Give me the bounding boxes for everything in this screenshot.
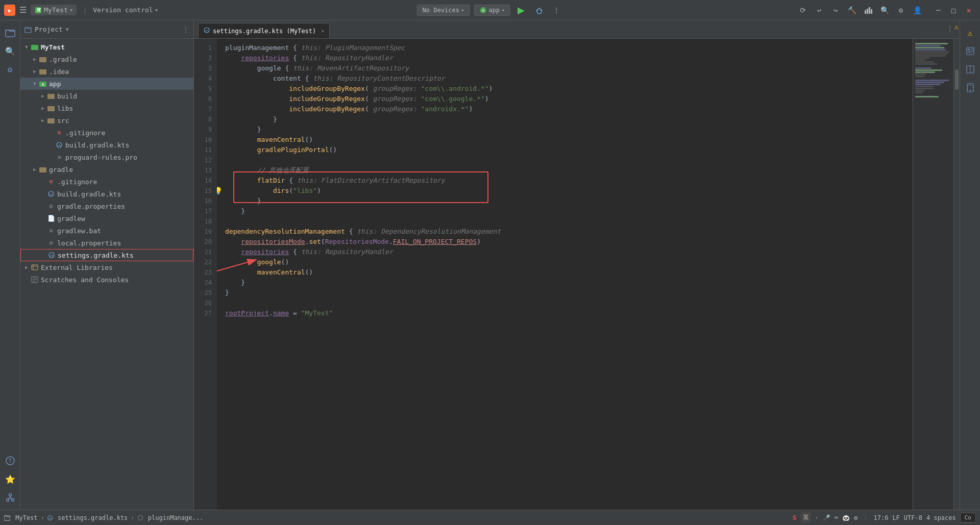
titlebar-left: ▶ ☰ M T MyTest ▼ | Version control ▼ (4, 5, 158, 16)
tree-item-proguard[interactable]: ≡ proguard-rules.pro (20, 151, 193, 163)
tree-item-gradlew-bat[interactable]: ≡ gradlew.bat (20, 224, 193, 237)
punctuation-toggle[interactable]: · (815, 514, 819, 521)
code-line-18 (225, 216, 913, 227)
tree-label: app (49, 80, 61, 88)
line-number: 21 (194, 247, 212, 257)
tree-label: gradle (49, 166, 73, 173)
tree-item-gradle-hidden[interactable]: ▶ .gradle (20, 53, 193, 65)
run-button[interactable]: ▶ (514, 3, 528, 17)
line-separator[interactable]: LF (892, 514, 899, 521)
analyze-icon[interactable] (862, 4, 875, 17)
tree-item-app[interactable]: ▼ A app (20, 78, 193, 90)
properties-icon: ⚙ (47, 202, 55, 210)
tree-item-gitignore-app[interactable]: ⊘ .gitignore (20, 127, 193, 139)
voice-input-icon[interactable]: 🎤 (823, 514, 830, 521)
app-selector[interactable]: A app ▾ (474, 5, 510, 16)
close-button[interactable]: ✕ (962, 3, 976, 17)
tree-item-gradle-root[interactable]: ▶ gradle (20, 163, 193, 176)
emoji-icon[interactable]: 🐼 (842, 514, 850, 521)
code-content[interactable]: pluginManagement { this: PluginManagemen… (217, 39, 913, 510)
toolbar-search-icon[interactable]: 🔍 (2, 43, 18, 59)
tree-item-idea[interactable]: ▶ .idea (20, 65, 193, 78)
breadcrumb-file[interactable]: settings.gradle.kts (47, 514, 128, 521)
minimize-button[interactable]: ─ (931, 3, 945, 17)
build-icon[interactable]: 🔨 (845, 4, 859, 17)
encoding[interactable]: UTF-8 (904, 514, 922, 521)
tab-close-button[interactable]: ✕ (321, 28, 324, 34)
tree-item-build-gradle-root[interactable]: build.gradle.kts (20, 188, 193, 200)
folder-icon (47, 116, 55, 124)
sidebar-minimap-icon[interactable] (962, 43, 978, 59)
ime-settings-icon[interactable]: ⚙ (854, 514, 857, 521)
co-label: Co (965, 514, 971, 521)
lightbulb-icon[interactable]: 💡 (217, 186, 223, 196)
minimap (913, 39, 953, 510)
indent-settings[interactable]: 4 spaces (926, 514, 956, 521)
code-line-7: includeGroupByRegex( groupRegex: "androi… (225, 104, 913, 114)
cursor-position[interactable]: 17:6 (873, 514, 888, 521)
version-control-selector[interactable]: Version control ▼ (93, 6, 158, 14)
app-icon: ▶ (4, 5, 15, 16)
toolbar-favorites-icon[interactable]: ⭐ (2, 471, 18, 487)
tree-item-external-libraries[interactable]: ▶ External Libraries (20, 261, 193, 273)
tree-item-gradlew[interactable]: 📄 gradlew (20, 212, 193, 224)
mini-line (915, 80, 949, 81)
svg-rect-48 (968, 48, 970, 51)
line-number: 14 (194, 176, 212, 186)
breadcrumb-scope[interactable]: pluginManage... (138, 514, 204, 521)
toolbar-build-icon[interactable]: T (2, 453, 18, 469)
tree-item-src[interactable]: ▶ src (20, 114, 193, 127)
scrollbar-thumb[interactable] (955, 69, 959, 90)
version-control-arrow: ▼ (155, 8, 158, 13)
forward-nav-icon[interactable]: ↪ (829, 4, 842, 17)
lang-toggle[interactable]: 英 (801, 512, 811, 523)
keyboard-icon[interactable]: ⌨ (835, 514, 838, 521)
maximize-button[interactable]: □ (946, 3, 961, 17)
toolbar-folder-icon[interactable] (2, 24, 18, 41)
co-badge[interactable]: Co (960, 513, 976, 522)
project-panel-more[interactable]: ⋮ (182, 26, 189, 34)
debug-icon[interactable] (532, 4, 546, 17)
tree-item-local-properties[interactable]: ⚙ local.properties (20, 237, 193, 249)
search-icon[interactable]: 🔍 (878, 4, 891, 17)
line-number: 15 (194, 186, 212, 196)
svg-text:▶: ▶ (8, 8, 11, 13)
sidebar-warning-icon[interactable]: ⚠ (962, 24, 978, 41)
input-method-icon[interactable]: S (793, 514, 797, 521)
hamburger-icon[interactable]: ☰ (19, 5, 27, 15)
tree-item-gradle-properties[interactable]: ⚙ gradle.properties (20, 200, 193, 212)
line-number: 10 (194, 135, 212, 145)
account-icon[interactable]: 👤 (911, 4, 924, 17)
line-number: 22 (194, 257, 212, 267)
sidebar-preview-icon[interactable] (962, 61, 978, 78)
sidebar-device-icon[interactable] (962, 80, 978, 96)
device-arrow: ▾ (461, 8, 464, 13)
tree-item-gitignore-root[interactable]: ⊘ .gitignore (20, 176, 193, 188)
project-selector[interactable]: M T MyTest ▼ (31, 5, 77, 15)
svg-rect-30 (47, 94, 55, 99)
settings-icon[interactable]: ⚙ (894, 4, 908, 17)
line-number: 20 (194, 237, 212, 247)
breadcrumb-project[interactable]: MyTest (4, 514, 38, 521)
vertical-scrollbar[interactable] (953, 39, 960, 510)
tree-item-scratches[interactable]: Scratches and Consoles (20, 273, 193, 286)
tree-item-build[interactable]: ▶ build (20, 90, 193, 102)
toolbar-settings-icon[interactable]: ⚙ (2, 61, 18, 78)
device-selector[interactable]: No Devices ▾ (417, 5, 470, 16)
tree-arrow (39, 214, 47, 222)
tree-item-build-gradle-app[interactable]: build.gradle.kts (20, 139, 193, 151)
tree-item-mytest[interactable]: ▼ MyTest (20, 41, 193, 53)
bat-icon: ≡ (47, 227, 55, 235)
tree-item-libs[interactable]: ▶ libs (20, 102, 193, 114)
statusbar: MyTest › settings.gradle.kts › pluginMan… (0, 510, 980, 525)
project-panel-arrow[interactable]: ▼ (66, 27, 69, 32)
tree-item-settings-gradle[interactable]: settings.gradle.kts (20, 249, 193, 261)
svg-point-18 (9, 494, 11, 496)
breadcrumb-scope-label: pluginManage... (148, 514, 203, 521)
back-nav-icon[interactable]: ↩ (813, 4, 826, 17)
toolbar-git-icon[interactable] (2, 489, 18, 506)
editor-tab-settings[interactable]: settings.gradle.kts (MyTest) ✕ (198, 23, 330, 38)
more-button[interactable]: ⋮ (550, 4, 563, 17)
svg-rect-31 (47, 106, 55, 111)
sync-icon[interactable]: ⟳ (796, 4, 810, 17)
